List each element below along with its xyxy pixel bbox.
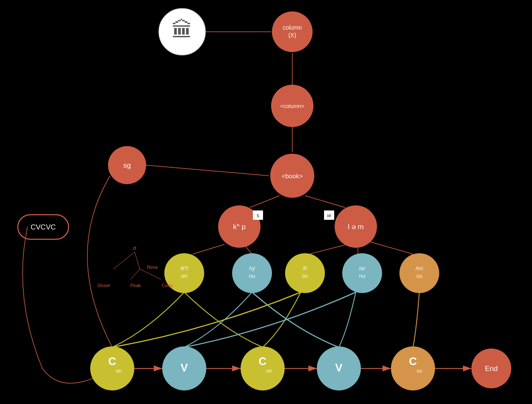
kh-circle-sublabel: on [181,273,187,279]
kh-circle-label: /kʰ/ [180,265,188,271]
pillar-icon: 🏛 [172,18,193,42]
cco-label: C [409,355,417,368]
schwa-circle-sublabel: nu [359,273,365,279]
khp-label: kʰ p [233,223,246,231]
onset-label: Onset [97,283,110,288]
con2-label: C [259,355,267,368]
con1-sublabel: on [116,368,121,374]
lsm-label: l ə m [348,223,363,231]
main-diagram: 🏛 column (X) <column> <book> sg kʰ p l ə… [0,0,532,404]
con2-node [241,346,285,390]
column-x-label: column [283,24,302,31]
con1-node [90,346,134,390]
v1-label: V [180,361,188,374]
l-circle-sublabel: on [302,273,308,279]
end-label: End [485,365,498,373]
s-label-text: s [257,212,260,219]
rime-label: Rime [147,265,158,270]
cco-sublabel: co [417,368,422,374]
v2-label: V [335,361,343,374]
cco-node [391,346,435,390]
m-circle-sublabel: co [416,273,422,279]
book-bracket-label: <book> [282,172,303,180]
con1-label: C [108,355,116,368]
coda-label: Coda [162,283,173,288]
column-x-sublabel: (X) [288,32,296,39]
n-circle-sublabel: nu [249,273,255,279]
con2-sublabel: on [266,368,272,374]
schwa-circle-label: /ə/ [359,265,366,271]
m-circle-label: /m/ [416,265,423,271]
n-circle-label: /ŋ/ [249,265,255,271]
cvcvc-label: CVCVC [30,223,56,231]
w-label-text: w [327,212,332,219]
peak-label: Peak [130,283,141,288]
sg-label: sg [123,161,131,169]
column-bracket-label: <column> [280,103,304,109]
sigma-label: σ [133,245,136,251]
svg-rect-0 [0,0,532,404]
l-circle-label: /l/ [303,265,308,271]
